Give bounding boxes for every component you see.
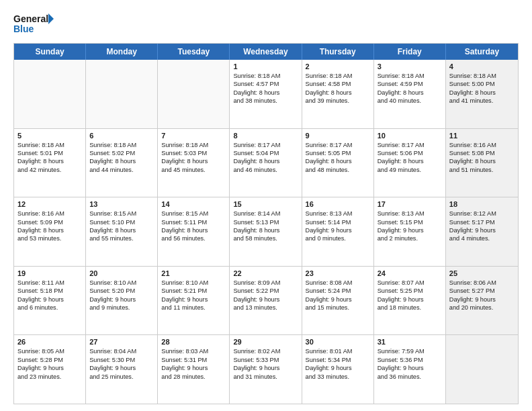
empty-cell-0-2: [158, 60, 230, 128]
day-info-31: Sunrise: 7:59 AMSunset: 5:36 PMDaylight:…: [378, 347, 442, 381]
day-number-14: 14: [161, 200, 226, 208]
day-number-21: 21: [161, 269, 226, 277]
day-14: 14Sunrise: 8:15 AMSunset: 5:11 PMDayligh…: [158, 197, 230, 266]
day-5: 5Sunrise: 8:18 AMSunset: 5:01 PMDaylight…: [14, 129, 86, 197]
day-number-4: 4: [449, 62, 515, 71]
day-number-31: 31: [378, 338, 442, 346]
day-info-1: Sunrise: 8:18 AMSunset: 4:57 PMDaylight:…: [233, 72, 298, 105]
day-number-25: 25: [449, 269, 515, 277]
svg-text:Blue: Blue: [13, 24, 34, 34]
header-day-monday: Monday: [86, 44, 158, 60]
day-info-13: Sunrise: 8:15 AMSunset: 5:10 PMDaylight:…: [89, 210, 154, 243]
day-info-23: Sunrise: 8:08 AMSunset: 5:24 PMDaylight:…: [306, 279, 370, 312]
day-number-1: 1: [233, 62, 298, 71]
day-25: 25Sunrise: 8:06 AMSunset: 5:27 PMDayligh…: [446, 267, 518, 335]
day-number-12: 12: [17, 200, 82, 208]
day-info-15: Sunrise: 8:14 AMSunset: 5:13 PMDaylight:…: [233, 210, 298, 243]
empty-cell-0-1: [86, 60, 158, 128]
day-6: 6Sunrise: 8:18 AMSunset: 5:02 PMDaylight…: [86, 129, 158, 197]
day-number-11: 11: [449, 132, 515, 140]
header-day-saturday: Saturday: [446, 44, 518, 60]
day-28: 28Sunrise: 8:03 AMSunset: 5:31 PMDayligh…: [158, 335, 230, 404]
day-23: 23Sunrise: 8:08 AMSunset: 5:24 PMDayligh…: [302, 267, 374, 335]
week-3: 12Sunrise: 8:16 AMSunset: 5:09 PMDayligh…: [14, 197, 518, 267]
svg-marker-2: [48, 13, 54, 24]
day-info-9: Sunrise: 8:17 AMSunset: 5:05 PMDaylight:…: [306, 141, 370, 175]
day-info-11: Sunrise: 8:16 AMSunset: 5:08 PMDaylight:…: [449, 141, 515, 175]
day-info-12: Sunrise: 8:16 AMSunset: 5:09 PMDaylight:…: [17, 210, 82, 243]
day-number-26: 26: [17, 338, 82, 346]
day-number-19: 19: [17, 269, 82, 277]
day-11: 11Sunrise: 8:16 AMSunset: 5:08 PMDayligh…: [446, 129, 518, 197]
day-info-30: Sunrise: 8:01 AMSunset: 5:34 PMDaylight:…: [306, 347, 370, 381]
day-7: 7Sunrise: 8:18 AMSunset: 5:03 PMDaylight…: [158, 129, 230, 197]
day-number-17: 17: [378, 200, 442, 208]
day-2: 2Sunrise: 8:18 AMSunset: 4:58 PMDaylight…: [302, 60, 374, 128]
day-info-29: Sunrise: 8:02 AMSunset: 5:33 PMDaylight:…: [233, 347, 298, 381]
day-info-24: Sunrise: 8:07 AMSunset: 5:25 PMDaylight:…: [378, 279, 442, 312]
day-info-4: Sunrise: 8:18 AMSunset: 5:00 PMDaylight:…: [449, 72, 515, 105]
day-number-13: 13: [89, 200, 154, 208]
header: General Blue: [13, 12, 519, 36]
header-day-thursday: Thursday: [302, 44, 374, 60]
day-info-25: Sunrise: 8:06 AMSunset: 5:27 PMDaylight:…: [449, 279, 515, 312]
day-number-6: 6: [89, 132, 154, 140]
day-3: 3Sunrise: 8:18 AMSunset: 4:59 PMDaylight…: [374, 60, 446, 128]
week-1: 1Sunrise: 8:18 AMSunset: 4:57 PMDaylight…: [14, 60, 518, 129]
day-29: 29Sunrise: 8:02 AMSunset: 5:33 PMDayligh…: [230, 335, 302, 404]
day-13: 13Sunrise: 8:15 AMSunset: 5:10 PMDayligh…: [86, 197, 158, 266]
day-info-22: Sunrise: 8:09 AMSunset: 5:22 PMDaylight:…: [233, 279, 298, 312]
day-info-19: Sunrise: 8:11 AMSunset: 5:18 PMDaylight:…: [17, 279, 82, 312]
day-9: 9Sunrise: 8:17 AMSunset: 5:05 PMDaylight…: [302, 129, 374, 197]
day-info-3: Sunrise: 8:18 AMSunset: 4:59 PMDaylight:…: [378, 72, 442, 105]
week-4: 19Sunrise: 8:11 AMSunset: 5:18 PMDayligh…: [14, 267, 518, 336]
day-24: 24Sunrise: 8:07 AMSunset: 5:25 PMDayligh…: [374, 267, 446, 335]
header-day-wednesday: Wednesday: [230, 44, 302, 60]
day-info-7: Sunrise: 8:18 AMSunset: 5:03 PMDaylight:…: [161, 141, 226, 175]
day-info-17: Sunrise: 8:13 AMSunset: 5:15 PMDaylight:…: [378, 210, 442, 243]
day-number-5: 5: [17, 132, 82, 140]
day-info-16: Sunrise: 8:13 AMSunset: 5:14 PMDaylight:…: [306, 210, 370, 243]
day-20: 20Sunrise: 8:10 AMSunset: 5:20 PMDayligh…: [86, 267, 158, 335]
day-21: 21Sunrise: 8:10 AMSunset: 5:21 PMDayligh…: [158, 267, 230, 335]
day-10: 10Sunrise: 8:17 AMSunset: 5:06 PMDayligh…: [374, 129, 446, 197]
day-number-8: 8: [233, 132, 298, 140]
calendar: SundayMondayTuesdayWednesdayThursdayFrid…: [13, 43, 519, 404]
header-day-sunday: Sunday: [14, 44, 86, 60]
day-12: 12Sunrise: 8:16 AMSunset: 5:09 PMDayligh…: [14, 197, 86, 266]
empty-cell-4-6: [446, 335, 518, 404]
day-22: 22Sunrise: 8:09 AMSunset: 5:22 PMDayligh…: [230, 267, 302, 335]
day-info-5: Sunrise: 8:18 AMSunset: 5:01 PMDaylight:…: [17, 141, 82, 175]
day-31: 31Sunrise: 7:59 AMSunset: 5:36 PMDayligh…: [374, 335, 446, 404]
logo: General Blue: [13, 12, 54, 36]
day-number-24: 24: [378, 269, 442, 277]
day-info-27: Sunrise: 8:04 AMSunset: 5:30 PMDaylight:…: [89, 347, 154, 381]
day-number-28: 28: [161, 338, 226, 346]
calendar-header: SundayMondayTuesdayWednesdayThursdayFrid…: [14, 44, 518, 60]
day-info-6: Sunrise: 8:18 AMSunset: 5:02 PMDaylight:…: [89, 141, 154, 175]
day-27: 27Sunrise: 8:04 AMSunset: 5:30 PMDayligh…: [86, 335, 158, 404]
day-26: 26Sunrise: 8:05 AMSunset: 5:28 PMDayligh…: [14, 335, 86, 404]
day-number-9: 9: [306, 132, 370, 140]
day-17: 17Sunrise: 8:13 AMSunset: 5:15 PMDayligh…: [374, 197, 446, 266]
day-number-15: 15: [233, 200, 298, 208]
day-info-14: Sunrise: 8:15 AMSunset: 5:11 PMDaylight:…: [161, 210, 226, 243]
calendar-body: 1Sunrise: 8:18 AMSunset: 4:57 PMDaylight…: [14, 60, 518, 404]
day-info-18: Sunrise: 8:12 AMSunset: 5:17 PMDaylight:…: [449, 210, 515, 243]
header-day-friday: Friday: [374, 44, 446, 60]
day-16: 16Sunrise: 8:13 AMSunset: 5:14 PMDayligh…: [302, 197, 374, 266]
day-number-7: 7: [161, 132, 226, 140]
day-number-30: 30: [306, 338, 370, 346]
empty-cell-0-0: [14, 60, 86, 128]
header-day-tuesday: Tuesday: [158, 44, 230, 60]
page: General Blue SundayMondayTuesdayWednesda…: [0, 0, 532, 411]
day-info-26: Sunrise: 8:05 AMSunset: 5:28 PMDaylight:…: [17, 347, 82, 381]
day-number-27: 27: [89, 338, 154, 346]
day-19: 19Sunrise: 8:11 AMSunset: 5:18 PMDayligh…: [14, 267, 86, 335]
day-4: 4Sunrise: 8:18 AMSunset: 5:00 PMDaylight…: [446, 60, 518, 128]
day-number-2: 2: [306, 62, 370, 71]
day-15: 15Sunrise: 8:14 AMSunset: 5:13 PMDayligh…: [230, 197, 302, 266]
day-info-21: Sunrise: 8:10 AMSunset: 5:21 PMDaylight:…: [161, 279, 226, 312]
week-2: 5Sunrise: 8:18 AMSunset: 5:01 PMDaylight…: [14, 129, 518, 198]
day-info-10: Sunrise: 8:17 AMSunset: 5:06 PMDaylight:…: [378, 141, 442, 175]
